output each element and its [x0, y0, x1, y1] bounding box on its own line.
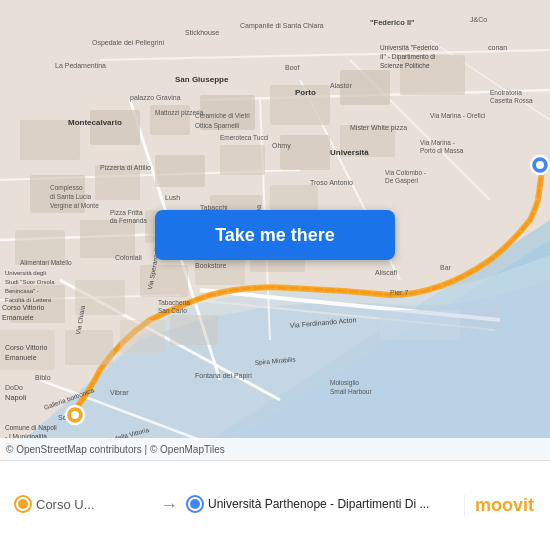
svg-text:Ottica Sparnelli: Ottica Sparnelli: [195, 122, 239, 130]
svg-text:Tabacheria: Tabacheria: [158, 299, 190, 306]
svg-text:Campanile di Santa Chiara: Campanile di Santa Chiara: [240, 22, 324, 30]
svg-text:Università degli: Università degli: [5, 270, 46, 276]
svg-text:"Federico II": "Federico II": [370, 18, 415, 27]
svg-text:Porto di Massa: Porto di Massa: [420, 147, 464, 154]
bottom-bar: Corso U... → Università Parthenope - Dip…: [0, 460, 550, 550]
svg-text:Stickhouse: Stickhouse: [185, 29, 219, 36]
arrow-section: →: [150, 495, 188, 516]
svg-text:Pizza Fritta: Pizza Fritta: [110, 209, 143, 216]
svg-text:Emanuele: Emanuele: [2, 314, 34, 321]
svg-text:Biblo: Biblo: [35, 374, 51, 381]
destination-label: Università Parthenope - Dipartimenti Di …: [208, 497, 429, 511]
svg-text:Università "Federico: Università "Federico: [380, 44, 439, 51]
svg-text:Fontana dei Papiri: Fontana dei Papiri: [195, 372, 252, 380]
svg-text:Bar: Bar: [440, 264, 452, 271]
svg-rect-42: [120, 320, 165, 353]
svg-text:Small Harbour: Small Harbour: [330, 388, 372, 395]
svg-text:Mattozzi pizzeria: Mattozzi pizzeria: [155, 109, 204, 117]
svg-text:Boof: Boof: [285, 64, 299, 71]
origin-section: Corso U...: [16, 497, 150, 515]
svg-rect-44: [380, 310, 460, 340]
svg-rect-23: [400, 55, 465, 95]
svg-text:Benincasa" -: Benincasa" -: [5, 288, 39, 294]
svg-rect-43: [170, 315, 218, 345]
svg-text:Enotratoria: Enotratoria: [490, 89, 522, 96]
svg-text:San Giuseppe: San Giuseppe: [175, 75, 229, 84]
svg-text:conan: conan: [488, 44, 507, 51]
svg-point-123: [71, 411, 79, 419]
svg-text:DoDo: DoDo: [5, 384, 23, 391]
svg-text:De Gasperl: De Gasperl: [385, 177, 418, 185]
svg-rect-27: [220, 145, 265, 175]
svg-text:Napoli: Napoli: [5, 393, 27, 402]
svg-text:Università: Università: [330, 148, 369, 157]
svg-text:Ohmy: Ohmy: [272, 142, 291, 150]
svg-rect-41: [65, 330, 113, 365]
svg-text:Pier 7: Pier 7: [390, 289, 408, 296]
svg-text:palazzo Gravina: palazzo Gravina: [130, 94, 181, 102]
svg-text:Mister White pizza: Mister White pizza: [350, 124, 407, 132]
svg-text:J&Co: J&Co: [470, 16, 487, 23]
svg-text:Porto: Porto: [295, 88, 316, 97]
svg-text:Corso Vittorio: Corso Vittorio: [2, 304, 44, 311]
svg-text:Montecalvario: Montecalvario: [68, 118, 122, 127]
svg-text:di Santa Lucia: di Santa Lucia: [50, 193, 92, 200]
svg-text:Emanuele: Emanuele: [5, 354, 37, 361]
svg-text:Alastor: Alastor: [330, 82, 352, 89]
map-attribution: © OpenStreetMap contributors | © OpenMap…: [0, 438, 550, 460]
svg-text:Bookstore: Bookstore: [195, 262, 227, 269]
svg-rect-28: [280, 135, 330, 170]
svg-text:Via Marina -: Via Marina -: [420, 139, 455, 146]
svg-rect-18: [90, 110, 140, 145]
svg-text:Studi "Suor Orsola: Studi "Suor Orsola: [5, 279, 55, 285]
svg-text:Vibrar: Vibrar: [110, 389, 129, 396]
map-container: Ospedale dei Pellegrini Stickhouse Campa…: [0, 0, 550, 460]
svg-text:Complesso: Complesso: [50, 184, 83, 192]
svg-text:da Fernanda: da Fernanda: [110, 217, 147, 224]
moovit-logo: moovit: [464, 495, 534, 516]
svg-text:Lush: Lush: [165, 194, 180, 201]
svg-text:Ospedale dei Pellegrini: Ospedale dei Pellegrini: [92, 39, 164, 47]
svg-text:Via Colombo -: Via Colombo -: [385, 169, 426, 176]
svg-text:Facoltà di Lettere: Facoltà di Lettere: [5, 297, 52, 303]
svg-text:Pizzeria di Attilio: Pizzeria di Attilio: [100, 164, 151, 171]
svg-text:Molosiglio: Molosiglio: [330, 379, 359, 387]
svg-text:II" - Dipartimento di: II" - Dipartimento di: [380, 53, 435, 61]
attribution-text: © OpenStreetMap contributors | © OpenMap…: [6, 444, 225, 455]
svg-rect-31: [80, 220, 135, 258]
svg-text:Coloniali: Coloniali: [115, 254, 142, 261]
svg-text:Alimentari Matello: Alimentari Matello: [20, 259, 72, 266]
svg-text:Vergine al Monte: Vergine al Monte: [50, 202, 99, 210]
svg-text:Scienze Politiche: Scienze Politiche: [380, 62, 430, 69]
svg-point-121: [536, 161, 544, 169]
svg-rect-45: [460, 305, 500, 330]
take-me-there-button[interactable]: Take me there: [155, 210, 395, 260]
arrow-icon: →: [160, 495, 178, 516]
svg-text:La Pedamentina: La Pedamentina: [55, 62, 106, 69]
svg-text:Emeroteca Tucci: Emeroteca Tucci: [220, 134, 268, 141]
svg-text:San Carlo: San Carlo: [158, 307, 187, 314]
svg-text:Comune di Napoli: Comune di Napoli: [5, 424, 57, 432]
svg-text:Casetta Rossa: Casetta Rossa: [490, 97, 533, 104]
origin-dot-icon: [16, 497, 30, 511]
svg-text:Aliscafi: Aliscafi: [375, 269, 398, 276]
svg-rect-26: [155, 155, 205, 187]
moovit-logo-text: moovit: [475, 495, 534, 516]
destination-section: Università Parthenope - Dipartimenti Di …: [188, 497, 456, 514]
origin-label: Corso U...: [36, 497, 95, 512]
svg-text:Corso Vittorio: Corso Vittorio: [5, 344, 47, 351]
svg-text:Via Marina - Orefici: Via Marina - Orefici: [430, 112, 486, 119]
destination-dot-icon: [188, 497, 202, 511]
svg-text:Troso Antonio: Troso Antonio: [310, 179, 353, 186]
